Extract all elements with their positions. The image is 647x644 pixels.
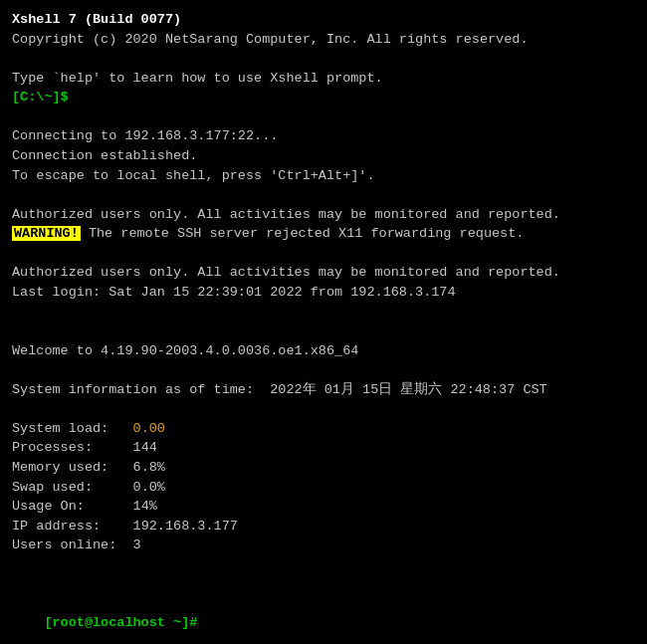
users-line: Users online: 3 xyxy=(12,536,635,555)
memory-value: 6.8% xyxy=(133,460,165,475)
processes-label: Processes: xyxy=(12,440,133,455)
help-line: Type `help' to learn how to use Xshell p… xyxy=(12,69,635,89)
root-prompt-line[interactable]: [root@localhost ~]# xyxy=(12,594,635,644)
sysinfo-time: 2022年 01月 15日 星期六 22:48:37 CST xyxy=(254,382,547,397)
memory-label: Memory used: xyxy=(12,460,133,475)
last-login-line: Last login: Sat Jan 15 22:39:01 2022 fro… xyxy=(12,283,635,303)
copyright-line: Copyright (c) 2020 NetSarang Computer, I… xyxy=(12,30,635,50)
prompt1: [C:\~]$ xyxy=(12,90,69,105)
usage-value: 14% xyxy=(133,499,157,514)
welcome-line: Welcome to 4.19.90-2003.4.0.0036.oe1.x86… xyxy=(12,341,635,361)
users-label: Users online: xyxy=(12,537,133,552)
sysload-value: 0.00 xyxy=(133,421,165,436)
swap-line: Swap used: 0.0% xyxy=(12,478,635,498)
prompt1-line[interactable]: [C:\~]$ xyxy=(12,88,635,107)
established-line: Connection established. xyxy=(12,146,635,166)
users-value: 3 xyxy=(133,537,141,552)
ip-line: IP address: 192.168.3.177 xyxy=(12,517,635,537)
sysload-line: System load: 0.00 xyxy=(12,419,635,439)
swap-value: 0.0% xyxy=(133,480,165,495)
usage-label: Usage On: xyxy=(12,499,133,514)
warning-text: The remote SSH server rejected X11 forwa… xyxy=(81,226,525,241)
sysinfo-line: System information as of time: 2022年 01月… xyxy=(12,380,635,400)
sysinfo-label: System information as of time: xyxy=(12,382,254,397)
warning-line: WARNING! The remote SSH server rejected … xyxy=(12,224,635,244)
usage-line: Usage On: 14% xyxy=(12,497,635,517)
root-prompt: [root@localhost ~]# xyxy=(44,615,197,630)
ip-value: 192.168.3.177 xyxy=(133,519,238,534)
header-line: Xshell 7 (Build 0077) xyxy=(12,10,635,30)
authorized2-line: Authorized users only. All activities ma… xyxy=(12,263,635,283)
swap-label: Swap used: xyxy=(12,480,133,495)
sysload-label: System load: xyxy=(12,421,133,436)
escape-line: To escape to local shell, press 'Ctrl+Al… xyxy=(12,166,635,186)
memory-line: Memory used: 6.8% xyxy=(12,458,635,478)
connecting-line: Connecting to 192.168.3.177:22... xyxy=(12,126,635,146)
terminal-window: Xshell 7 (Build 0077) Copyright (c) 2020… xyxy=(0,0,647,644)
warning-badge: WARNING! xyxy=(12,226,81,241)
processes-value: 144 xyxy=(133,440,157,455)
processes-line: Processes: 144 xyxy=(12,438,635,458)
ip-label: IP address: xyxy=(12,519,133,534)
prompt-space xyxy=(44,635,52,644)
authorized1-line: Authorized users only. All activities ma… xyxy=(12,205,635,225)
